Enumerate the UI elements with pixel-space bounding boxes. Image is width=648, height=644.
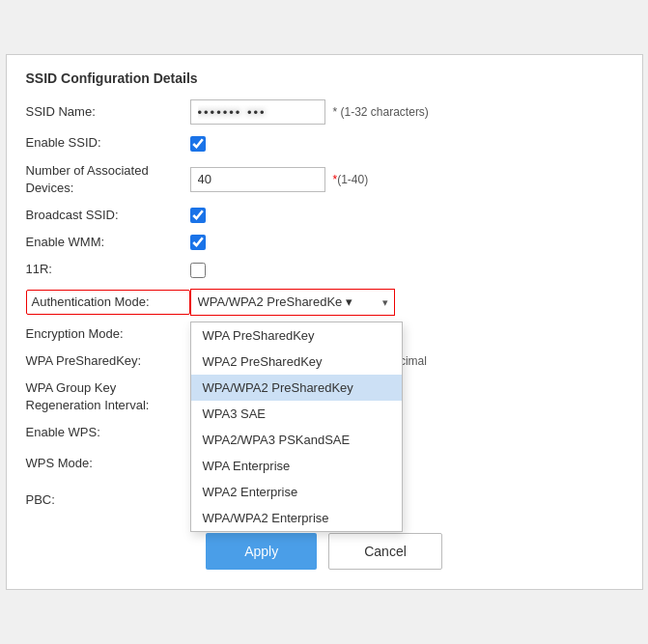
wpa-group-key-label: WPA Group Key Regeneration Interval:	[26, 379, 190, 414]
dropdown-item-wpa3-sae[interactable]: WPA3 SAE	[191, 401, 402, 427]
auth-mode-control: WPA/WPA2 PreSharedKe ▾	[190, 289, 623, 316]
r11-row: 11R:	[26, 261, 623, 278]
ssid-name-control: * (1-32 characters)	[190, 99, 623, 125]
broadcast-ssid-row: Broadcast SSID:	[26, 207, 623, 224]
action-row: Apply Cancel	[26, 533, 623, 570]
r11-control	[190, 263, 623, 278]
num-associated-control: *(1-40)	[190, 167, 623, 192]
auth-mode-dropdown: WPA PreSharedKey WPA2 PreSharedKey WPA/W…	[190, 322, 403, 532]
dropdown-item-wpa-wpa2-enterprise[interactable]: WPA/WPA2 Enterprise	[191, 505, 402, 531]
ssid-name-input[interactable]	[190, 99, 325, 125]
ssid-name-label: SSID Name:	[26, 103, 190, 121]
dropdown-item-wpa2-wpa3-psk[interactable]: WPA2/WPA3 PSKandSAE	[191, 427, 402, 453]
enable-wps-label: Enable WPS:	[26, 424, 190, 441]
ssid-config-panel: SSID Configuration Details SSID Name: * …	[6, 54, 643, 589]
ssid-name-hint: * (1-32 characters)	[333, 105, 429, 119]
auth-mode-select-wrapper: WPA/WPA2 PreSharedKe ▾	[191, 290, 394, 315]
dropdown-item-wpa-wpa2-psk[interactable]: WPA/WPA2 PreSharedKey	[191, 375, 402, 401]
num-associated-row: Number of Associated Devices: *(1-40)	[26, 162, 623, 197]
panel-title: SSID Configuration Details	[26, 70, 623, 86]
dropdown-item-wpa-enterprise[interactable]: WPA Enterprise	[191, 453, 402, 479]
wpa-psk-label: WPA PreSharedKey:	[26, 352, 190, 370]
auth-mode-label: Authentication Mode:	[26, 290, 190, 315]
num-associated-hint: *(1-40)	[333, 173, 369, 186]
broadcast-ssid-label: Broadcast SSID:	[26, 207, 190, 224]
enable-wmm-label: Enable WMM:	[26, 234, 190, 251]
encryption-mode-label: Encryption Mode:	[26, 325, 190, 343]
enable-ssid-label: Enable SSID:	[26, 134, 190, 152]
enable-wmm-checkbox[interactable]	[190, 235, 206, 250]
cancel-button[interactable]: Cancel	[328, 533, 442, 570]
auth-mode-select[interactable]: WPA/WPA2 PreSharedKe ▾	[191, 290, 394, 315]
auth-select-wrapper: WPA/WPA2 PreSharedKe ▾	[190, 289, 395, 316]
wps-mode-label: WPS Mode:	[26, 455, 190, 472]
ssid-name-row: SSID Name: * (1-32 characters)	[26, 99, 623, 125]
broadcast-ssid-control	[190, 208, 623, 223]
num-associated-label: Number of Associated Devices:	[26, 162, 190, 197]
enable-ssid-control	[190, 136, 623, 152]
enable-wmm-row: Enable WMM:	[26, 234, 623, 251]
dropdown-item-wpa2-enterprise[interactable]: WPA2 Enterprise	[191, 479, 402, 505]
enable-ssid-checkbox[interactable]	[190, 136, 206, 152]
r11-checkbox[interactable]	[190, 263, 206, 278]
dropdown-item-wpa-psk[interactable]: WPA PreSharedKey	[191, 322, 402, 349]
pbc-label: PBC:	[26, 491, 190, 509]
num-associated-input[interactable]	[190, 167, 325, 192]
auth-mode-row: Authentication Mode: WPA/WPA2 PreSharedK…	[26, 289, 623, 316]
broadcast-ssid-checkbox[interactable]	[190, 208, 206, 223]
enable-wmm-control	[190, 235, 623, 250]
r11-label: 11R:	[26, 261, 190, 278]
apply-button[interactable]: Apply	[206, 533, 317, 570]
enable-ssid-row: Enable SSID:	[26, 134, 623, 152]
dropdown-item-wpa2-psk[interactable]: WPA2 PreSharedKey	[191, 349, 402, 375]
